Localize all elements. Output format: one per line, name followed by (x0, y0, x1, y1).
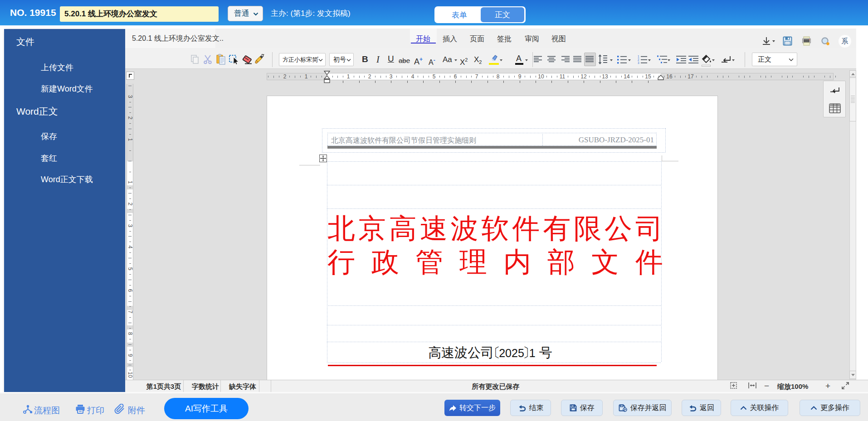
svg-text:1: 1 (638, 55, 639, 58)
svg-text:3: 3 (638, 61, 639, 64)
svg-text:2: 2 (638, 58, 639, 61)
